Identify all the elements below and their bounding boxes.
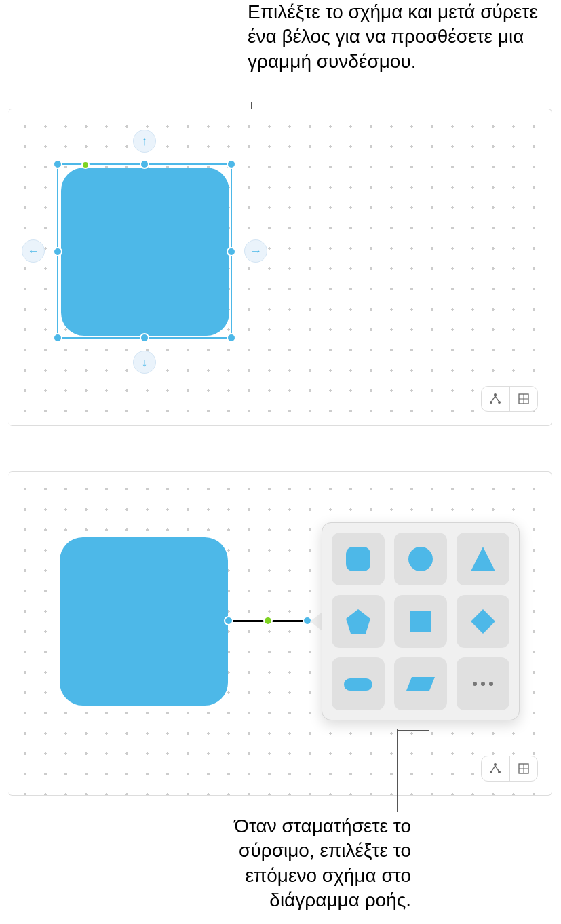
svg-marker-15 [406, 677, 435, 691]
shape-option-more-icon[interactable] [457, 657, 509, 710]
svg-line-3 [492, 396, 495, 401]
canvas-mode-toggle [481, 386, 538, 412]
svg-line-4 [495, 396, 499, 401]
arrow-up-icon[interactable]: ↑ [133, 130, 156, 153]
rotation-handle[interactable] [81, 161, 90, 169]
svg-point-21 [498, 771, 501, 773]
connector-mid[interactable] [263, 616, 273, 625]
canvas-mode-toggle-2 [481, 756, 538, 782]
caption-top: Επιλέξτε το σχήμα και μετά σύρετε ένα βέ… [248, 0, 539, 74]
panel-second [8, 471, 552, 796]
svg-point-18 [489, 682, 493, 686]
arrow-down-icon[interactable]: ↓ [133, 351, 156, 374]
shape-option-pill[interactable] [332, 657, 385, 710]
connector-start[interactable] [224, 616, 233, 625]
svg-point-16 [473, 682, 477, 686]
shape-option-diamond[interactable] [457, 595, 509, 648]
handle-n[interactable] [140, 159, 149, 169]
connection-mode-icon[interactable] [482, 387, 510, 411]
svg-rect-8 [346, 547, 370, 571]
svg-marker-13 [471, 609, 495, 634]
caption-bottom: Όταν σταματήσετε το σύρσιμο, επιλέξτε το… [187, 814, 411, 913]
selected-shape[interactable] [61, 168, 229, 336]
arrow-left-icon[interactable]: ← [22, 239, 45, 263]
svg-marker-10 [471, 547, 495, 571]
handle-s[interactable] [140, 333, 149, 343]
svg-point-1 [490, 401, 492, 404]
svg-line-23 [495, 766, 499, 771]
svg-point-0 [494, 393, 497, 396]
shape-option-triangle[interactable] [457, 533, 509, 585]
svg-rect-14 [344, 678, 372, 691]
svg-marker-11 [346, 609, 370, 634]
popover-tip [310, 612, 322, 631]
shape-option-circle[interactable] [394, 533, 447, 585]
grid-mode-icon[interactable] [510, 756, 538, 781]
handle-se[interactable] [227, 333, 236, 343]
placed-shape[interactable] [60, 537, 228, 706]
arrow-right-icon[interactable]: → [244, 239, 267, 263]
svg-point-19 [494, 763, 497, 766]
shape-option-parallelogram[interactable] [394, 657, 447, 710]
handle-nw[interactable] [53, 159, 62, 169]
handle-sw[interactable] [53, 333, 62, 343]
handle-ne[interactable] [227, 159, 236, 169]
leader-bottom-v [397, 729, 398, 812]
svg-point-9 [408, 547, 433, 571]
handle-w[interactable] [53, 247, 62, 256]
svg-point-20 [490, 771, 492, 773]
handle-e[interactable] [227, 247, 236, 256]
shape-option-rounded-square[interactable] [332, 533, 385, 585]
svg-point-17 [481, 682, 485, 686]
leader-bottom-h [397, 730, 429, 731]
svg-rect-12 [410, 611, 431, 632]
shape-picker-popover [322, 522, 520, 720]
shape-option-square[interactable] [394, 595, 447, 648]
connection-mode-icon[interactable] [482, 756, 510, 781]
svg-line-22 [492, 766, 495, 771]
grid-mode-icon[interactable] [510, 387, 538, 411]
panel-first: ↑ ↓ ← → [8, 109, 552, 426]
svg-point-2 [498, 401, 501, 404]
shape-option-pentagon[interactable] [332, 595, 385, 648]
